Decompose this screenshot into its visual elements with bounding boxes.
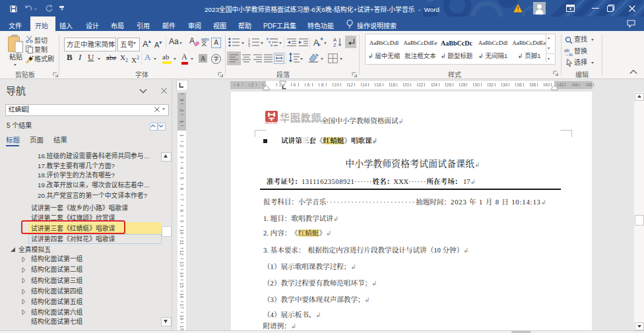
svg-text:→ac: →ac bbox=[564, 52, 573, 56]
svg-text:A: A bbox=[313, 38, 319, 47]
svg-text:Z: Z bbox=[333, 42, 337, 47]
svg-text:3: 3 bbox=[248, 44, 250, 47]
